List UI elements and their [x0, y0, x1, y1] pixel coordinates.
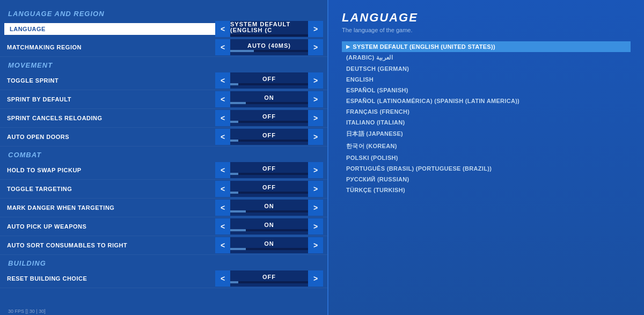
value-box-auto-pick-up-weapons: ON — [230, 218, 308, 235]
setting-label-toggle-targeting: TOGGLE TARGETING — [4, 186, 215, 192]
arrow-left-sprint-by-default[interactable]: < — [215, 91, 230, 107]
value-text-sprint-by-default: ON — [264, 95, 274, 101]
arrow-left-sprint-cancels-reloading[interactable]: < — [215, 110, 230, 126]
value-box-reset-building-choice: OFF — [230, 270, 308, 287]
value-text-language: SYSTEM DEFAULT (ENGLISH (C — [230, 21, 308, 33]
setting-control-language: <SYSTEM DEFAULT (ENGLISH (C> — [215, 21, 323, 37]
section-header-movement: MOVEMENT — [0, 57, 327, 71]
setting-row-language: LANGUAGE<SYSTEM DEFAULT (ENGLISH (C> — [0, 20, 327, 38]
setting-control-mark-danger-when-targeting: <ON> — [215, 200, 323, 216]
arrow-left-hold-to-swap-pickup[interactable]: < — [215, 162, 230, 178]
arrow-left-language[interactable]: < — [215, 21, 230, 37]
language-item-turkish[interactable]: TÜRKÇE (TURKISH) — [342, 185, 631, 195]
value-text-auto-sort-consumables: ON — [264, 241, 274, 247]
setting-control-sprint-by-default: <ON> — [215, 91, 323, 107]
setting-label-sprint-by-default: SPRINT BY DEFAULT — [4, 96, 215, 102]
arrow-left-toggle-sprint[interactable]: < — [215, 72, 230, 89]
value-text-mark-danger-when-targeting: ON — [264, 203, 274, 209]
language-item-espanol[interactable]: ESPAÑOL (SPANISH) — [342, 85, 631, 96]
arrow-right-auto-sort-consumables[interactable]: > — [308, 237, 323, 253]
arrow-left-auto-open-doors[interactable]: < — [215, 129, 230, 145]
setting-control-auto-open-doors: <OFF> — [215, 129, 323, 145]
arrow-left-reset-building-choice[interactable]: < — [215, 270, 230, 287]
language-item-portuguese[interactable]: PORTUGUÊS (BRASIL) (PORTUGUESE (BRAZIL)) — [342, 163, 631, 174]
value-text-toggle-sprint: OFF — [262, 76, 276, 82]
language-title: LANGUAGE — [342, 11, 631, 25]
value-text-hold-to-swap-pickup: OFF — [262, 166, 276, 172]
value-box-toggle-targeting: OFF — [230, 181, 308, 197]
arrow-right-language[interactable]: > — [308, 21, 323, 37]
language-item-russian[interactable]: РУССКИЙ (RUSSIAN) — [342, 174, 631, 185]
setting-row-sprint-by-default: SPRINT BY DEFAULT<ON> — [0, 90, 327, 109]
setting-row-toggle-sprint: TOGGLE SPRINT<OFF> — [0, 71, 327, 90]
language-item-korean[interactable]: 한국어 (KOREAN) — [342, 140, 631, 152]
value-box-auto-sort-consumables: ON — [230, 237, 308, 253]
language-item-arabic[interactable]: (ARABIC) العربية — [342, 52, 631, 63]
section-header-combat: COMBAT — [0, 146, 327, 161]
arrow-right-auto-open-doors[interactable]: > — [308, 129, 323, 145]
value-box-sprint-by-default: ON — [230, 91, 308, 107]
language-item-system-default[interactable]: SYSTEM DEFAULT (ENGLISH (UNITED STATES)) — [342, 41, 631, 52]
setting-row-reset-building-choice: RESET BUILDING CHOICE<OFF> — [0, 269, 327, 288]
setting-control-toggle-sprint: <OFF> — [215, 72, 323, 89]
arrow-right-sprint-cancels-reloading[interactable]: > — [308, 110, 323, 126]
arrow-right-auto-pick-up-weapons[interactable]: > — [308, 218, 323, 235]
setting-control-auto-sort-consumables: <ON> — [215, 237, 323, 253]
setting-label-toggle-sprint: TOGGLE SPRINT — [4, 77, 215, 84]
language-item-deutsch[interactable]: DEUTSCH (GERMAN) — [342, 63, 631, 74]
setting-control-matchmaking-region: <AUTO (40MS)> — [215, 39, 323, 55]
arrow-right-matchmaking-region[interactable]: > — [308, 39, 323, 55]
value-box-sprint-cancels-reloading: OFF — [230, 110, 308, 126]
arrow-right-toggle-sprint[interactable]: > — [308, 72, 323, 89]
arrow-left-auto-sort-consumables[interactable]: < — [215, 237, 230, 253]
left-panel: LANGUAGE AND REGIONLANGUAGE<SYSTEM DEFAU… — [0, 0, 327, 315]
setting-control-toggle-targeting: <OFF> — [215, 181, 323, 197]
setting-row-auto-sort-consumables: AUTO SORT CONSUMABLES TO RIGHT<ON> — [0, 236, 327, 255]
language-item-italiano[interactable]: ITALIANO (ITALIAN) — [342, 117, 631, 128]
setting-label-auto-open-doors: AUTO OPEN DOORS — [4, 134, 215, 140]
arrow-right-toggle-targeting[interactable]: > — [308, 181, 323, 197]
value-text-auto-pick-up-weapons: ON — [264, 222, 274, 228]
fps-display: 30 FPS [| 30 | 30] — [0, 307, 54, 315]
arrow-right-hold-to-swap-pickup[interactable]: > — [308, 162, 323, 178]
value-text-toggle-targeting: OFF — [262, 185, 276, 191]
value-text-sprint-cancels-reloading: OFF — [262, 114, 276, 120]
arrow-right-reset-building-choice[interactable]: > — [308, 270, 323, 287]
value-box-language: SYSTEM DEFAULT (ENGLISH (C — [230, 21, 308, 37]
value-text-matchmaking-region: AUTO (40MS) — [247, 43, 291, 49]
arrow-right-mark-danger-when-targeting[interactable]: > — [308, 200, 323, 216]
setting-row-mark-danger-when-targeting: MARK DANGER WHEN TARGETING<ON> — [0, 199, 327, 217]
setting-row-sprint-cancels-reloading: SPRINT CANCELS RELOADING<OFF> — [0, 109, 327, 128]
value-box-toggle-sprint: OFF — [230, 72, 308, 89]
value-box-hold-to-swap-pickup: OFF — [230, 162, 308, 178]
right-panel: LANGUAGE The language of the game. SYSTE… — [327, 0, 644, 315]
section-header-language-region: LANGUAGE AND REGION — [0, 5, 327, 20]
arrow-right-sprint-by-default[interactable]: > — [308, 91, 323, 107]
arrow-left-auto-pick-up-weapons[interactable]: < — [215, 218, 230, 235]
setting-label-auto-pick-up-weapons: AUTO PICK UP WEAPONS — [4, 223, 215, 230]
value-box-auto-open-doors: OFF — [230, 129, 308, 145]
language-item-english[interactable]: ENGLISH — [342, 74, 631, 85]
value-box-mark-danger-when-targeting: ON — [230, 200, 308, 216]
language-subtitle: The language of the game. — [342, 27, 631, 33]
setting-row-toggle-targeting: TOGGLE TARGETING<OFF> — [0, 180, 327, 199]
setting-row-matchmaking-region: MATCHMAKING REGION<AUTO (40MS)> — [0, 38, 327, 57]
language-item-japanese[interactable]: 日本語 (JAPANESE) — [342, 128, 631, 140]
setting-row-auto-pick-up-weapons: AUTO PICK UP WEAPONS<ON> — [0, 217, 327, 236]
setting-label-hold-to-swap-pickup: HOLD TO SWAP PICKUP — [4, 167, 215, 173]
value-box-matchmaking-region: AUTO (40MS) — [230, 39, 308, 55]
setting-row-auto-open-doors: AUTO OPEN DOORS<OFF> — [0, 128, 327, 146]
arrow-left-matchmaking-region[interactable]: < — [215, 39, 230, 55]
language-item-espanol-latam[interactable]: ESPAÑOL (LATINOAMÉRICA) (SPANISH (LATIN … — [342, 96, 631, 106]
arrow-left-toggle-targeting[interactable]: < — [215, 181, 230, 197]
setting-label-sprint-cancels-reloading: SPRINT CANCELS RELOADING — [4, 115, 215, 121]
language-item-francais[interactable]: FRANÇAIS (FRENCH) — [342, 106, 631, 117]
setting-control-reset-building-choice: <OFF> — [215, 270, 323, 287]
setting-label-auto-sort-consumables: AUTO SORT CONSUMABLES TO RIGHT — [4, 242, 215, 248]
arrow-left-mark-danger-when-targeting[interactable]: < — [215, 200, 230, 216]
language-item-polish[interactable]: POLSKI (POLISH) — [342, 152, 631, 163]
language-list: SYSTEM DEFAULT (ENGLISH (UNITED STATES))… — [342, 41, 631, 195]
setting-control-hold-to-swap-pickup: <OFF> — [215, 162, 323, 178]
setting-label-language: LANGUAGE — [4, 23, 215, 35]
value-text-reset-building-choice: OFF — [262, 274, 276, 280]
